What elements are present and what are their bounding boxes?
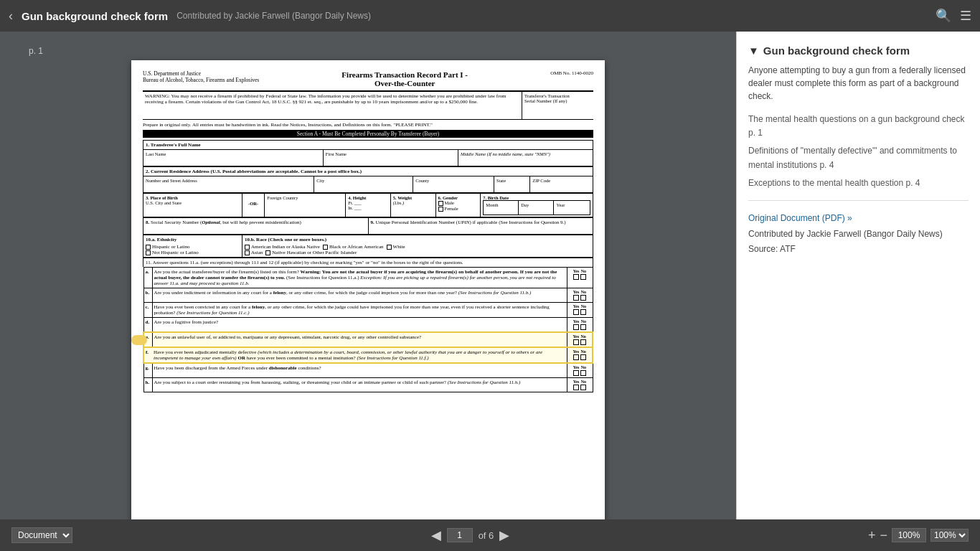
q9-label-num: 9. <box>371 220 374 225</box>
page-navigation: ◀ of 6 ▶ <box>431 527 510 543</box>
top-bar: ‹ Gun background check form Contributed … <box>0 0 980 32</box>
qf-yes-checkbox[interactable] <box>573 354 579 360</box>
eth1-label: Hispanic or Latino <box>152 244 190 250</box>
page-number-input[interactable] <box>447 528 473 542</box>
qf-no-checkbox[interactable] <box>580 354 586 360</box>
sidebar-link-definitions-page: p. 4 <box>819 160 834 170</box>
q8-label-num: 8. <box>146 220 149 225</box>
q3-sub: U.S. City and State <box>146 200 240 205</box>
sidebar-link-mental-health-page: p. 1 <box>748 128 763 138</box>
q7-month: Month <box>484 201 519 215</box>
qh-text: Are you subject to a court order restrai… <box>154 380 521 385</box>
race3-label: Black or African American <box>329 244 384 250</box>
qc-text: Have you ever been convicted in any cour… <box>154 304 550 316</box>
warning-text: WARNING: You may not receive a firearm i… <box>143 92 517 119</box>
qc-no-checkbox[interactable] <box>580 309 586 315</box>
qg-yes-checkbox[interactable] <box>573 370 579 376</box>
qf-row: f. Have you ever been adjudicated mental… <box>143 347 593 363</box>
qb-row: b. Are you under indictment or informati… <box>143 288 593 303</box>
q7-year: Year <box>554 201 590 215</box>
serial-label: Serial Number (If any) <box>524 98 591 103</box>
q2-county-label: County <box>415 178 429 183</box>
race1-checkbox[interactable] <box>245 245 250 250</box>
q2-street-label: Number and Street Address <box>146 178 197 183</box>
omb-number: OMB No. 1140-0020 <box>550 70 593 76</box>
source: Source: ATF <box>748 242 969 258</box>
q8-label-text: Social Security Number (Optional, but wi… <box>151 220 301 225</box>
qd-no-checkbox[interactable] <box>580 324 586 330</box>
document-subtitle: Contributed by Jackie Farwell (Bangor Da… <box>176 11 371 21</box>
q3-or: -OR- <box>245 201 262 206</box>
qa-no-checkbox[interactable] <box>580 274 586 280</box>
qh-no-checkbox[interactable] <box>580 385 586 390</box>
qc-row: c. Have you ever been convicted in any c… <box>143 303 593 318</box>
contributed-by: Contributed by Jackie Farwell (Bangor Da… <box>748 227 969 242</box>
sidebar-meta: Original Document (PDF) » Contributed by… <box>748 211 969 258</box>
q6-label: 6. Gender <box>438 195 479 200</box>
qg-no-checkbox[interactable] <box>580 370 586 376</box>
zoom-out-button[interactable]: − <box>880 528 887 543</box>
qh-yes-checkbox[interactable] <box>573 385 579 390</box>
race5-checkbox[interactable] <box>387 245 392 250</box>
race1-label: American Indian or Alaska Native <box>251 244 320 250</box>
q4-in: In. ___ <box>348 205 388 210</box>
original-doc-link[interactable]: Original Document (PDF) » <box>748 213 852 223</box>
document-viewer[interactable]: p. 1 U.S. Department of Justice Bureau o… <box>0 32 736 519</box>
qc-yes-checkbox[interactable] <box>573 309 579 315</box>
race5-label: White <box>393 244 405 250</box>
back-button[interactable]: ‹ <box>9 9 13 24</box>
section-a-header: Section A - Must Be Completed Personally… <box>143 130 593 138</box>
sidebar-link-definitions[interactable]: Definitions of "mentally defective"' and… <box>748 144 969 171</box>
q11-intro: 11. Answer questions 11.a. (see exceptio… <box>143 258 593 267</box>
bottom-bar: Document ◀ of 6 ▶ + − 100% 75% 125% <box>0 519 980 551</box>
q6-male-checkbox[interactable] <box>438 201 443 206</box>
agency-line1: U.S. Department of Justice <box>143 70 259 77</box>
sidebar-title: ▼ Gun background check form <box>748 44 969 57</box>
q1-first-label: First Name <box>326 151 347 156</box>
menu-icon[interactable]: ☰ <box>960 8 971 24</box>
zoom-input[interactable] <box>892 528 926 542</box>
document-title: Gun background check form <box>22 10 168 22</box>
prepare-text: Prepare in original only. All entries mu… <box>143 122 593 128</box>
q2-label: 2. Current Residence Address (U.S. Posta… <box>143 167 593 176</box>
q4-label: 4. Height <box>348 195 388 200</box>
sidebar-link-exceptions[interactable]: Exceptions to the mental health question… <box>748 176 969 190</box>
search-icon[interactable]: 🔍 <box>936 8 951 24</box>
race4-checkbox[interactable] <box>265 250 270 255</box>
qe-text: Are you an unlawful user of, or addicted… <box>154 334 422 340</box>
agency-line2: Bureau of Alcohol, Tobacco, Firearms and… <box>143 77 259 83</box>
qf-text: Have you ever been adjudicated mentally … <box>154 349 542 361</box>
q7-label: 7. Birth Date <box>483 195 590 200</box>
qa-row: a. Are you the actual transferee/buyer o… <box>143 268 593 288</box>
race2-label: Asian <box>251 250 263 255</box>
zoom-in-button[interactable]: + <box>868 528 876 543</box>
q6-female-label: Female <box>445 206 458 211</box>
doc-type-dropdown[interactable]: Document <box>11 527 72 543</box>
qa-yes-checkbox[interactable] <box>573 274 579 280</box>
eth2-checkbox[interactable] <box>146 250 151 255</box>
sidebar-link-mental-health[interactable]: The mental health questions on a gun bac… <box>748 113 969 140</box>
qd-yes-checkbox[interactable] <box>573 324 579 330</box>
qe-no-checkbox[interactable] <box>580 339 586 345</box>
eth1-checkbox[interactable] <box>146 245 151 250</box>
sidebar-link-exceptions-page: p. 4 <box>905 178 920 188</box>
prev-page-button[interactable]: ◀ <box>431 527 441 543</box>
qb-text: Are you under indictment or information … <box>154 290 532 296</box>
qe-yes-checkbox[interactable] <box>573 339 579 345</box>
form-title-line2: Over-the-Counter <box>259 79 550 88</box>
form-title-line1: Firearms Transaction Record Part I - <box>259 70 550 79</box>
q10b-label: 10.b. Race (Check one or more boxes.) <box>245 237 326 242</box>
q3-label: 3. Place of Birth <box>146 195 240 200</box>
qb-no-checkbox[interactable] <box>580 295 586 301</box>
race2-checkbox[interactable] <box>245 250 250 255</box>
zoom-controls: + − 100% 75% 125% <box>868 528 969 543</box>
sidebar-divider <box>748 200 969 201</box>
q7-day: Day <box>519 201 554 215</box>
zoom-dropdown[interactable]: 100% 75% 125% <box>930 529 969 542</box>
race3-checkbox[interactable] <box>323 245 328 250</box>
next-page-button[interactable]: ▶ <box>499 527 509 543</box>
qb-yes-checkbox[interactable] <box>573 295 579 301</box>
q6-female-checkbox[interactable] <box>438 207 443 212</box>
race4-label: Native Hawaiian or Other Pacific Islande… <box>272 250 357 255</box>
q2-city-label: City <box>316 178 324 183</box>
